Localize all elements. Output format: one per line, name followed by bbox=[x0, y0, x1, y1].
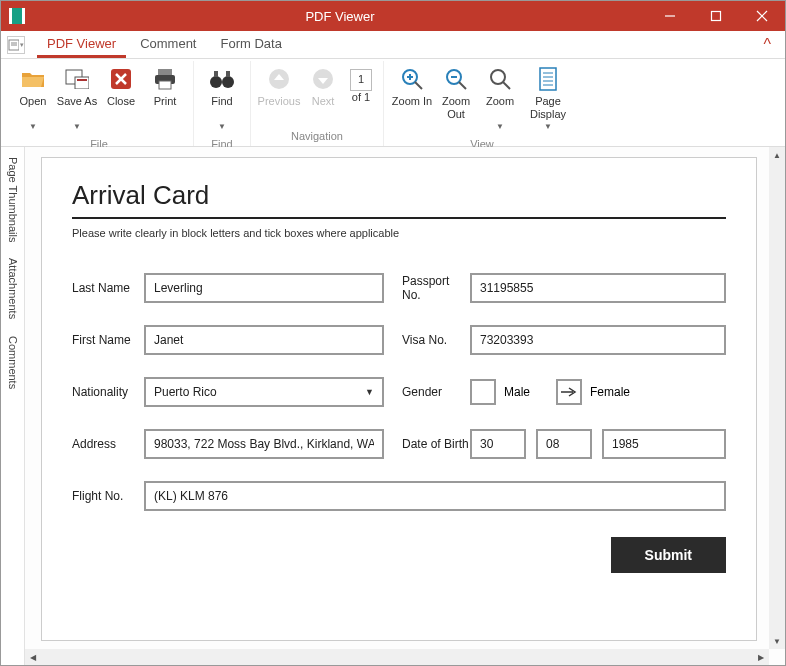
zoom-in-icon bbox=[400, 65, 424, 93]
ribbon-group-file: Open ▼ Save As ▼ Close Print File bbox=[5, 61, 194, 146]
scroll-right-button[interactable]: ▶ bbox=[753, 649, 769, 665]
zoom-button[interactable]: Zoom ▼ bbox=[478, 61, 522, 136]
next-page-button[interactable]: Next bbox=[301, 61, 345, 125]
input-visa-no[interactable] bbox=[470, 325, 726, 355]
svg-line-23 bbox=[415, 82, 422, 89]
document-viewport: Arrival Card Please write clearly in blo… bbox=[25, 147, 785, 665]
svg-rect-13 bbox=[158, 69, 172, 75]
checkbox-male[interactable] bbox=[470, 379, 496, 405]
ribbon-group-navigation: Previous Next 1 of 1 Navigation bbox=[251, 61, 384, 146]
svg-rect-31 bbox=[540, 68, 556, 90]
submit-button[interactable]: Submit bbox=[611, 537, 726, 573]
chevron-down-icon: ▼ bbox=[365, 387, 374, 397]
svg-point-29 bbox=[491, 70, 505, 84]
sidetab-thumbnails[interactable]: Page Thumbnails bbox=[5, 155, 21, 244]
svg-point-17 bbox=[222, 76, 234, 88]
chevron-down-icon: ▼ bbox=[218, 122, 226, 132]
sidetab-attachments[interactable]: Attachments bbox=[5, 256, 21, 321]
binoculars-icon bbox=[209, 65, 235, 93]
minimize-button[interactable] bbox=[647, 1, 693, 31]
open-button[interactable]: Open ▼ bbox=[11, 61, 55, 136]
horizontal-scrollbar[interactable]: ◀ ▶ bbox=[25, 649, 769, 665]
menubar: ▾ PDF Viewer Comment Form Data ^ bbox=[1, 31, 785, 59]
cursor-arrow-icon bbox=[559, 386, 579, 398]
page-display-button[interactable]: Page Display ▼ bbox=[522, 61, 574, 136]
ribbon-group-label: Navigation bbox=[291, 128, 343, 146]
pdf-page: Arrival Card Please write clearly in blo… bbox=[41, 157, 757, 641]
print-button[interactable]: Print bbox=[143, 61, 187, 125]
checkbox-female[interactable] bbox=[556, 379, 582, 405]
zoom-out-button[interactable]: Zoom Out bbox=[434, 61, 478, 125]
close-window-button[interactable] bbox=[739, 1, 785, 31]
svg-rect-18 bbox=[214, 71, 218, 77]
input-last-name[interactable] bbox=[144, 273, 384, 303]
side-tabs: Page Thumbnails Attachments Comments bbox=[1, 147, 25, 665]
input-first-name[interactable] bbox=[144, 325, 384, 355]
maximize-button[interactable] bbox=[693, 1, 739, 31]
title-bar: PDF Viewer bbox=[1, 1, 785, 31]
svg-rect-19 bbox=[226, 71, 230, 77]
label-female: Female bbox=[590, 385, 630, 399]
save-as-icon bbox=[65, 65, 89, 93]
page-number-input[interactable]: 1 bbox=[350, 69, 372, 91]
save-as-button[interactable]: Save As ▼ bbox=[55, 61, 99, 136]
label-flight-no: Flight No. bbox=[72, 489, 144, 503]
ribbon-group-find: Find ▼ Find bbox=[194, 61, 251, 146]
divider bbox=[72, 217, 726, 219]
collapse-ribbon-button[interactable]: ^ bbox=[755, 36, 779, 54]
scroll-track[interactable] bbox=[769, 163, 785, 633]
folder-icon bbox=[21, 65, 45, 93]
arrow-down-icon bbox=[312, 65, 334, 93]
chevron-down-icon: ▼ bbox=[73, 122, 81, 132]
label-last-name: Last Name bbox=[72, 281, 144, 295]
window-title: PDF Viewer bbox=[33, 9, 647, 24]
label-passport-no: Passport No. bbox=[384, 274, 470, 302]
svg-point-16 bbox=[210, 76, 222, 88]
input-address[interactable] bbox=[144, 429, 384, 459]
combo-nationality-value: Puerto Rico bbox=[154, 385, 217, 399]
input-flight-no[interactable] bbox=[144, 481, 726, 511]
page-display-icon bbox=[538, 65, 558, 93]
input-dob-day[interactable] bbox=[470, 429, 526, 459]
form-instruction: Please write clearly in block letters an… bbox=[72, 227, 726, 239]
tab-pdf-viewer[interactable]: PDF Viewer bbox=[37, 32, 126, 58]
previous-page-button[interactable]: Previous bbox=[257, 61, 301, 125]
label-dob: Date of Birth bbox=[384, 437, 470, 451]
svg-rect-1 bbox=[712, 12, 721, 21]
ribbon-group-view: Zoom In Zoom Out Zoom ▼ Page Display ▼ V… bbox=[384, 61, 580, 146]
scroll-left-button[interactable]: ◀ bbox=[25, 650, 41, 666]
page-number-indicator[interactable]: 1 of 1 bbox=[345, 61, 377, 121]
close-doc-button[interactable]: Close bbox=[99, 61, 143, 125]
zoom-icon bbox=[488, 65, 512, 93]
input-dob-month[interactable] bbox=[536, 429, 592, 459]
label-visa-no: Visa No. bbox=[384, 333, 470, 347]
chevron-down-icon: ▼ bbox=[496, 122, 504, 132]
form-title: Arrival Card bbox=[72, 180, 726, 211]
label-male: Male bbox=[504, 385, 530, 399]
svg-line-30 bbox=[503, 82, 510, 89]
zoom-out-icon bbox=[444, 65, 468, 93]
scroll-down-button[interactable]: ▼ bbox=[769, 633, 785, 649]
svg-rect-9 bbox=[77, 79, 87, 81]
input-passport-no[interactable] bbox=[470, 273, 726, 303]
svg-rect-8 bbox=[75, 77, 89, 89]
file-menu-button[interactable]: ▾ bbox=[7, 36, 25, 54]
print-icon bbox=[153, 65, 177, 93]
tab-comment[interactable]: Comment bbox=[130, 32, 206, 58]
combo-nationality[interactable]: Puerto Rico ▼ bbox=[144, 377, 384, 407]
zoom-in-button[interactable]: Zoom In bbox=[390, 61, 434, 125]
work-area: Page Thumbnails Attachments Comments Arr… bbox=[1, 147, 785, 665]
app-icon bbox=[9, 8, 25, 24]
scroll-up-button[interactable]: ▲ bbox=[769, 147, 785, 163]
input-dob-year[interactable] bbox=[602, 429, 726, 459]
tab-form-data[interactable]: Form Data bbox=[210, 32, 291, 58]
vertical-scrollbar[interactable]: ▲ ▼ bbox=[769, 147, 785, 649]
label-first-name: First Name bbox=[72, 333, 144, 347]
arrow-up-icon bbox=[268, 65, 290, 93]
chevron-down-icon: ▼ bbox=[544, 122, 552, 132]
find-button[interactable]: Find ▼ bbox=[200, 61, 244, 136]
sidetab-comments[interactable]: Comments bbox=[5, 334, 21, 391]
label-gender: Gender bbox=[384, 385, 470, 399]
svg-rect-15 bbox=[159, 81, 171, 89]
ribbon: Open ▼ Save As ▼ Close Print File Fin bbox=[1, 59, 785, 147]
